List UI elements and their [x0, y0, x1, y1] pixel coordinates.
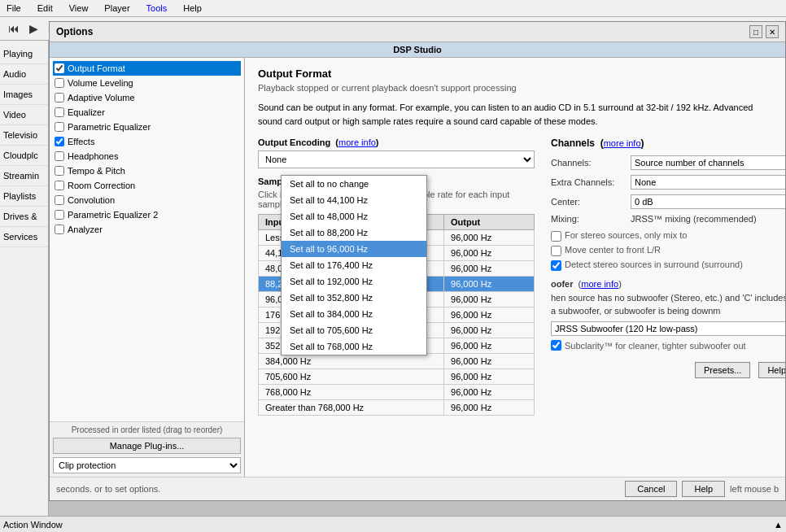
help-button-right[interactable]: Help — [758, 362, 785, 378]
table-cell-output-10[interactable]: 96,000 Hz — [444, 385, 535, 400]
dsp-item-0[interactable]: Output Format — [53, 61, 241, 76]
play-button[interactable]: ▶ — [28, 20, 40, 37]
dsp-item-2[interactable]: Adaptive Volume — [53, 90, 241, 105]
sidebar-item-services[interactable]: Services — [0, 227, 48, 247]
dsp-item-4[interactable]: Parametric Equalizer — [53, 120, 241, 134]
table-row-9[interactable]: 705,600 Hz96,000 Hz — [259, 369, 535, 385]
center-input[interactable] — [631, 194, 785, 209]
dsp-item-11[interactable]: Analyzer — [53, 222, 241, 237]
table-cell-output-8[interactable]: 96,000 Hz — [444, 354, 535, 369]
table-row-8[interactable]: 384,000 Hz96,000 Hz — [259, 354, 535, 369]
dsp-item-5[interactable]: Effects — [53, 134, 241, 149]
col-right: Channels (more info) Channels: Extra Cha… — [551, 137, 785, 422]
dsp-checkbox-0[interactable] — [55, 63, 64, 73]
dsp-checkbox-1[interactable] — [55, 78, 64, 88]
context-menu-item-8[interactable]: Set all to 384,000 Hz — [282, 306, 426, 322]
dsp-item-6[interactable]: Headphones — [53, 149, 241, 164]
presets-button[interactable]: Presets... — [695, 362, 750, 378]
dsp-item-1[interactable]: Volume Leveling — [53, 76, 241, 90]
dsp-checkbox-2[interactable] — [55, 93, 64, 102]
checkbox-stereo[interactable] — [551, 231, 561, 242]
context-menu-item-6[interactable]: Set all to 192,000 Hz — [282, 273, 426, 290]
checkbox-detect[interactable] — [551, 260, 561, 271]
dsp-item-label-6: Headphones — [68, 151, 118, 161]
table-row-10[interactable]: 768,000 Hz96,000 Hz — [259, 385, 535, 400]
extra-channels-input[interactable] — [631, 175, 785, 190]
help-button-bottom[interactable]: Help — [682, 481, 725, 497]
dsp-checkbox-11[interactable] — [55, 225, 64, 234]
context-menu-item-2[interactable]: Set all to 48,000 Hz — [282, 208, 426, 225]
dsp-checkbox-7[interactable] — [55, 166, 64, 176]
subwoofer-more-info-link[interactable]: more info — [581, 279, 618, 289]
context-menu-item-0[interactable]: Set all to no change — [282, 176, 426, 192]
menu-player[interactable]: Player — [101, 2, 133, 15]
sidebar-item-drives[interactable]: Drives & — [0, 207, 48, 227]
dsp-checkbox-10[interactable] — [55, 210, 64, 220]
dsp-checkbox-3[interactable] — [55, 107, 64, 117]
table-cell-output-11[interactable]: 96,000 Hz — [444, 400, 535, 416]
channels-row: Channels: — [551, 155, 785, 170]
menu-help[interactable]: Help — [180, 2, 205, 15]
dsp-item-label-7: Tempo & Pitch — [68, 166, 125, 176]
sidebar-item-video[interactable]: Video — [0, 105, 48, 125]
close-button[interactable]: ✕ — [766, 25, 779, 38]
checkbox-subclarity[interactable] — [551, 340, 561, 351]
dsp-item-label-3: Equalizer — [68, 107, 105, 117]
sidebar-item-playing[interactable]: Playing — [0, 44, 48, 64]
dsp-item-10[interactable]: Parametric Equalizer 2 — [53, 207, 241, 222]
sidebar-item-television[interactable]: Televisio — [0, 125, 48, 146]
channels-input[interactable] — [631, 155, 785, 170]
table-cell-output-9[interactable]: 96,000 Hz — [444, 369, 535, 385]
table-cell-output-3[interactable]: 96,000 Hz — [444, 277, 535, 292]
context-menu-item-5[interactable]: Set all to 176,400 Hz — [282, 257, 426, 273]
channels-more-info-link[interactable]: more info — [604, 138, 641, 148]
table-cell-output-2[interactable]: 96,000 Hz — [444, 261, 535, 277]
menu-tools[interactable]: Tools — [143, 2, 171, 15]
context-menu-item-10[interactable]: Set all to 768,000 Hz — [282, 338, 426, 355]
dsp-checkbox-4[interactable] — [55, 122, 64, 132]
context-menu-item-4[interactable]: Set all to 96,000 Hz — [282, 241, 426, 257]
table-row-11[interactable]: Greater than 768,000 Hz96,000 Hz — [259, 400, 535, 416]
table-cell-output-6[interactable]: 96,000 Hz — [444, 323, 535, 338]
dsp-item-label-8: Room Correction — [68, 181, 135, 190]
context-menu-item-7[interactable]: Set all to 352,800 Hz — [282, 290, 426, 306]
context-menu-item-1[interactable]: Set all to 44,100 Hz — [282, 192, 426, 208]
sidebar-item-cloudplc[interactable]: Cloudplc — [0, 146, 48, 166]
dsp-checkbox-5[interactable] — [55, 137, 64, 146]
dsp-item-7[interactable]: Tempo & Pitch — [53, 164, 241, 178]
sidebar-item-streaming[interactable]: Streamin — [0, 166, 48, 186]
subwoofer-input[interactable] — [551, 321, 785, 336]
sidebar-item-images[interactable]: Images — [0, 85, 48, 105]
table-cell-output-4[interactable]: 96,000 Hz — [444, 292, 535, 307]
dsp-list: Output FormatVolume LevelingAdaptive Vol… — [50, 58, 244, 421]
table-cell-output-1[interactable]: 96,000 Hz — [444, 246, 535, 261]
checkbox-center-label: Move center to front L/R — [565, 245, 661, 255]
checkbox-center[interactable] — [551, 246, 561, 256]
context-menu-item-3[interactable]: Set all to 88,200 Hz — [282, 225, 426, 241]
encoding-select[interactable]: None — [258, 150, 535, 168]
dsp-checkbox-9[interactable] — [55, 195, 64, 205]
encoding-more-info-link[interactable]: more info — [338, 137, 376, 147]
menu-file[interactable]: File — [3, 2, 24, 15]
prev-button[interactable]: ⏮ — [7, 20, 21, 37]
sidebar-item-audio[interactable]: Audio — [0, 64, 48, 85]
dsp-item-8[interactable]: Room Correction — [53, 178, 241, 193]
dsp-item-label-10: Parametric Equalizer 2 — [68, 210, 158, 220]
clip-protection-select[interactable]: Clip protection — [53, 457, 241, 473]
cancel-button[interactable]: Cancel — [625, 481, 677, 497]
section-title: Output Format — [258, 68, 772, 80]
dsp-item-3[interactable]: Equalizer — [53, 105, 241, 120]
table-cell-output-7[interactable]: 96,000 Hz — [444, 338, 535, 354]
dsp-checkbox-6[interactable] — [55, 151, 64, 161]
menu-view[interactable]: View — [66, 2, 92, 15]
context-menu-item-9[interactable]: Set all to 705,600 Hz — [282, 322, 426, 338]
dsp-item-9[interactable]: Convolution — [53, 193, 241, 207]
table-cell-output-5[interactable]: 96,000 Hz — [444, 307, 535, 323]
table-header-output: Output — [444, 215, 535, 230]
manage-plugins-button[interactable]: Manage Plug-ins... — [53, 438, 241, 454]
table-cell-output-0[interactable]: 96,000 Hz — [444, 230, 535, 246]
minimize-button[interactable]: □ — [749, 25, 762, 38]
sidebar-item-playlists[interactable]: Playlists — [0, 186, 48, 207]
dsp-checkbox-8[interactable] — [55, 181, 64, 190]
menu-edit[interactable]: Edit — [34, 2, 56, 15]
